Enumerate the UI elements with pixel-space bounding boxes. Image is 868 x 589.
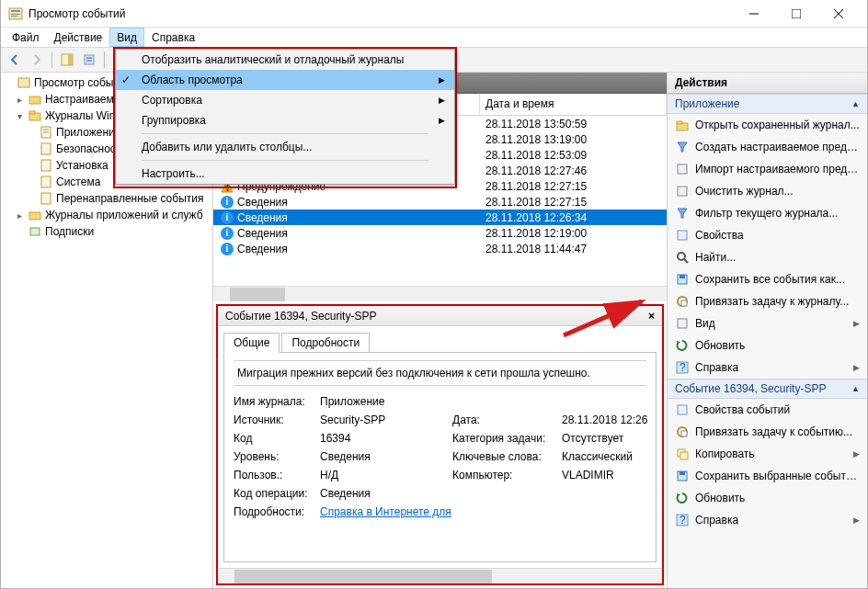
val-user: Н/Д bbox=[320, 469, 449, 481]
forward-button[interactable] bbox=[27, 50, 47, 70]
save-icon bbox=[675, 469, 690, 483]
tab-general[interactable]: Общие bbox=[223, 333, 280, 353]
svg-rect-1 bbox=[11, 10, 20, 12]
list-row[interactable]: iСведения28.11.2018 12:27:15 bbox=[213, 194, 667, 210]
val-op: Сведения bbox=[320, 487, 657, 500]
lbl-lvl: Уровень: bbox=[234, 450, 316, 463]
view-menu-dropdown-highlight: Отобразить аналитический и отладочный жу… bbox=[113, 47, 457, 188]
import-icon bbox=[675, 162, 690, 176]
val-comp: VLADIMIR bbox=[562, 469, 657, 481]
lbl-user: Пользов.: bbox=[234, 469, 316, 481]
lbl-src: Источник: bbox=[234, 413, 316, 426]
svg-rect-22 bbox=[41, 143, 51, 154]
action-save[interactable]: Сохранить выбранные события... bbox=[668, 465, 867, 487]
maximize-button[interactable] bbox=[775, 0, 817, 28]
action-open[interactable]: Открыть сохраненный журнал... bbox=[668, 114, 867, 136]
cell-level: iСведения bbox=[213, 227, 480, 240]
log-icon bbox=[39, 175, 53, 189]
action-label: Очистить журнал... bbox=[695, 185, 794, 198]
back-button[interactable] bbox=[5, 50, 25, 70]
svg-rect-40 bbox=[680, 275, 685, 278]
menu-item-sort[interactable]: Сортировка▶ bbox=[116, 90, 454, 110]
action-view[interactable]: Вид▶ bbox=[668, 312, 867, 334]
action-props[interactable]: Свойства bbox=[668, 224, 867, 246]
action-attach[interactable]: Привязать задачу к журналу... bbox=[668, 290, 867, 312]
action-help[interactable]: ?Справка▶ bbox=[668, 509, 867, 531]
actions-section-app[interactable]: Приложение▲ bbox=[668, 94, 867, 114]
menu-file[interactable]: Файл bbox=[5, 28, 47, 47]
action-refresh[interactable]: Обновить bbox=[668, 487, 867, 509]
lbl-log: Имя журнала: bbox=[234, 395, 316, 408]
show-pane-button[interactable] bbox=[57, 50, 77, 70]
open-icon bbox=[675, 118, 690, 132]
menu-view[interactable]: Вид bbox=[109, 28, 144, 47]
chevron-right-icon: ▶ bbox=[439, 96, 445, 105]
menu-item-preview-pane[interactable]: ✓ Область просмотра ▶ bbox=[116, 70, 454, 90]
action-save[interactable]: Сохранить все события как... bbox=[668, 268, 867, 290]
props-button[interactable] bbox=[79, 50, 99, 70]
lbl-date: Дата: bbox=[452, 413, 558, 426]
svg-rect-16 bbox=[29, 96, 40, 104]
close-icon[interactable]: × bbox=[648, 310, 655, 323]
tree-applogs[interactable]: ▸Журналы приложений и служб bbox=[1, 207, 212, 223]
menu-help[interactable]: Справка bbox=[144, 28, 202, 47]
action-import[interactable]: Импорт настраиваемого представления... bbox=[668, 158, 867, 180]
save-icon bbox=[675, 272, 690, 287]
minimize-button[interactable] bbox=[733, 0, 775, 28]
action-filter-new[interactable]: Создать настраиваемое представление... bbox=[668, 136, 867, 158]
svg-rect-18 bbox=[29, 111, 35, 114]
action-label: Копировать bbox=[695, 447, 755, 460]
detail-hscroll[interactable] bbox=[218, 568, 662, 583]
action-help[interactable]: ?Справка▶ bbox=[668, 357, 867, 379]
menu-item-columns[interactable]: Добавить или удалить столбцы... bbox=[116, 137, 454, 157]
check-icon: ✓ bbox=[121, 74, 131, 86]
action-label: Привязать задачу к журналу... bbox=[695, 295, 849, 308]
action-props[interactable]: Свойства событий bbox=[668, 399, 867, 421]
list-row[interactable]: iСведения28.11.2018 11:44:47 bbox=[213, 241, 667, 256]
svg-rect-33 bbox=[678, 164, 687, 174]
online-help-link[interactable]: Справка в Интернете для bbox=[320, 505, 451, 518]
chevron-right-icon: ▶ bbox=[853, 319, 860, 328]
svg-rect-10 bbox=[85, 55, 94, 64]
cell-datetime: 28.11.2018 12:27:15 bbox=[480, 180, 667, 193]
close-button[interactable] bbox=[817, 0, 860, 28]
horizontal-scrollbar[interactable] bbox=[213, 286, 667, 301]
tree-forwarded[interactable]: Перенаправленные события bbox=[1, 190, 212, 207]
svg-rect-25 bbox=[41, 193, 51, 204]
list-row[interactable]: iСведения28.11.2018 12:19:00 bbox=[213, 225, 667, 241]
svg-rect-15 bbox=[18, 78, 29, 87]
svg-rect-36 bbox=[678, 231, 687, 240]
action-label: Создать настраиваемое представление... bbox=[695, 141, 860, 153]
action-label: Вид bbox=[695, 317, 715, 330]
action-clear[interactable]: Очистить журнал... bbox=[668, 180, 867, 202]
svg-rect-42 bbox=[681, 300, 687, 306]
action-filter[interactable]: Фильтр текущего журнала... bbox=[668, 202, 867, 224]
action-refresh[interactable]: Обновить bbox=[668, 334, 867, 357]
action-label: Импорт настраиваемого представления... bbox=[695, 163, 860, 176]
app-icon bbox=[8, 6, 23, 21]
tab-details[interactable]: Подробности bbox=[281, 333, 370, 353]
action-copy[interactable]: Копировать▶ bbox=[668, 443, 867, 465]
svg-marker-32 bbox=[678, 142, 687, 152]
val-code: 16394 bbox=[320, 432, 449, 445]
menu-action[interactable]: Действие bbox=[47, 28, 110, 47]
action-attach[interactable]: Привязать задачу к событию... bbox=[668, 421, 867, 443]
menu-item-customise[interactable]: Настроить... bbox=[116, 164, 454, 184]
cell-datetime: 28.11.2018 12:27:46 bbox=[480, 164, 667, 177]
svg-rect-2 bbox=[11, 14, 20, 15]
attach-icon bbox=[675, 294, 690, 309]
actions-section-event[interactable]: Событие 16394, Security-SPP▲ bbox=[668, 379, 867, 399]
info-icon: i bbox=[221, 211, 234, 224]
action-label: Найти... bbox=[695, 251, 736, 264]
action-label: Справка bbox=[695, 361, 738, 374]
menu-item-analytic[interactable]: Отобразить аналитический и отладочный жу… bbox=[116, 50, 454, 70]
col-datetime[interactable]: Дата и время bbox=[480, 94, 667, 115]
cell-datetime: 28.11.2018 12:53:09 bbox=[480, 149, 667, 162]
tree-subscriptions[interactable]: Подписки bbox=[1, 223, 212, 240]
cell-level: iСведения bbox=[213, 196, 480, 209]
cell-datetime: 28.11.2018 11:44:47 bbox=[480, 243, 667, 255]
list-row[interactable]: iСведения28.11.2018 12:26:34 bbox=[213, 210, 667, 225]
menu-item-group[interactable]: Группировка▶ bbox=[116, 110, 454, 130]
svg-rect-43 bbox=[678, 319, 687, 328]
action-find[interactable]: Найти... bbox=[668, 246, 867, 268]
